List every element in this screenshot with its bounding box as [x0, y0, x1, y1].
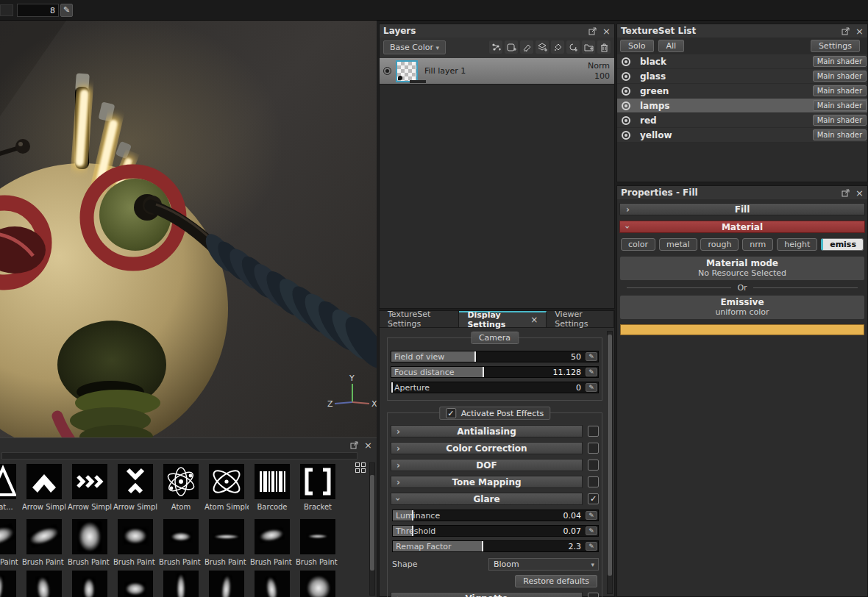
main-shader-button[interactable]: Main shader	[813, 56, 867, 67]
visibility-radio-icon[interactable]	[622, 116, 630, 125]
asset-brush[interactable]	[255, 571, 290, 597]
grid-view-icon[interactable]	[355, 462, 366, 473]
channel-rough-button[interactable]: rough	[700, 238, 739, 251]
settings-scrollbar[interactable]	[607, 331, 613, 594]
main-shader-button[interactable]: Main shader	[813, 100, 867, 111]
asset-brush-paint[interactable]: Brush Paint ...	[72, 519, 107, 566]
eraser-icon[interactable]	[520, 40, 533, 54]
main-shader-button[interactable]: Main shader	[813, 71, 867, 82]
checkbox-checked-icon[interactable]: ✓	[446, 408, 456, 418]
add-fill-layer-icon[interactable]	[536, 40, 549, 54]
popout-icon[interactable]	[842, 189, 850, 197]
channel-height-button[interactable]: height	[777, 238, 817, 251]
antialiasing-header[interactable]: ›Antialiasing	[391, 425, 583, 437]
luminance-slider[interactable]: Luminance 0.04 ✎	[392, 510, 599, 521]
settings-button[interactable]: Settings	[811, 40, 860, 52]
tab-viewer-settings[interactable]: Viewer Settings	[547, 311, 614, 327]
edit-value-icon[interactable]: ✎	[586, 511, 597, 520]
visibility-radio-icon[interactable]	[622, 57, 630, 66]
threshold-slider[interactable]: Threshold 0.07 ✎	[392, 525, 599, 537]
close-icon[interactable]: ×	[855, 27, 864, 35]
shape-dropdown[interactable]: Bloom▾	[488, 558, 599, 571]
asset-brush-paint[interactable]: Brush Paint ...	[209, 519, 244, 566]
asset-arrow-simple[interactable]: Arrow Simple	[26, 464, 62, 511]
smart-material-icon[interactable]	[566, 40, 580, 54]
shelf-scrollbar[interactable]	[369, 462, 375, 596]
asset-brush[interactable]	[209, 571, 244, 597]
fill-section-header[interactable]: › Fill	[619, 203, 865, 215]
main-shader-button[interactable]: Main shader	[813, 115, 867, 126]
material-section-header[interactable]: › Material	[619, 221, 865, 233]
edit-value-icon[interactable]: ✎	[586, 368, 597, 376]
tone-mapping-header[interactable]: ›Tone Mapping	[391, 476, 583, 488]
asset-brush[interactable]	[163, 571, 199, 597]
visibility-radio-icon[interactable]	[622, 72, 630, 81]
camera-group-button[interactable]: Camera	[471, 332, 519, 344]
tab-textureset-settings[interactable]: TextureSet Settings	[380, 311, 459, 327]
asset-atom-simple[interactable]: Atom Simple	[209, 464, 244, 511]
channel-nrm-button[interactable]: nrm	[742, 238, 773, 251]
asset-brush-paint[interactable]: Brush Paint ...	[118, 519, 153, 566]
channel-emiss-button[interactable]: emiss	[821, 238, 864, 251]
shelf-filter-bar[interactable]	[1, 452, 357, 460]
asset-brush-paint[interactable]: Brush Paint ...	[163, 519, 199, 566]
channel-metal-button[interactable]: metal	[659, 238, 697, 251]
asset-barcode[interactable]: Barcode	[255, 464, 290, 511]
tone-mapping-checkbox[interactable]	[588, 476, 599, 487]
close-icon[interactable]: ×	[602, 27, 611, 35]
color-correction-header[interactable]: ›Color Correction	[391, 442, 583, 454]
edit-value-icon[interactable]: ✎	[586, 383, 597, 392]
layer-opacity[interactable]: 100	[588, 71, 610, 82]
tab-display-settings[interactable]: Display Settings×	[459, 311, 547, 327]
asset-brush-paint[interactable]: Brush Paint ...	[300, 519, 335, 566]
toolbar-widget[interactable]	[0, 4, 13, 16]
tab-close-icon[interactable]: ×	[530, 315, 538, 325]
field-of-view-slider[interactable]: Field of view 50 ✎	[391, 351, 599, 362]
glare-header[interactable]: ›Glare	[391, 493, 583, 505]
visibility-radio-icon[interactable]	[622, 101, 630, 110]
all-button[interactable]: All	[658, 40, 685, 52]
edit-pencil-icon[interactable]: ✎	[60, 4, 73, 17]
vignette-checkbox[interactable]	[588, 593, 599, 597]
dof-header[interactable]: ›DOF	[391, 459, 583, 471]
brush-size-input[interactable]: 8	[17, 4, 59, 17]
restore-defaults-button[interactable]: Restore defaults	[515, 575, 597, 587]
solo-button[interactable]: Solo	[620, 40, 654, 52]
asset-brush[interactable]	[72, 571, 107, 597]
visibility-radio-icon[interactable]	[622, 131, 630, 140]
asset-brush[interactable]	[300, 571, 335, 597]
remap-factor-slider[interactable]: Remap Factor 2.3 ✎	[392, 540, 599, 552]
main-shader-button[interactable]: Main shader	[813, 85, 867, 96]
color-correction-checkbox[interactable]	[588, 443, 599, 454]
popout-icon[interactable]	[588, 27, 597, 35]
main-shader-button[interactable]: Main shader	[813, 129, 867, 140]
close-icon[interactable]: ×	[855, 189, 864, 197]
asset-brush[interactable]	[26, 571, 62, 597]
close-icon[interactable]: ×	[364, 441, 372, 449]
popout-icon[interactable]	[842, 27, 850, 35]
asset-negative[interactable]: Negat...	[0, 464, 16, 511]
asset-brush-paint[interactable]: Brush Paint ...	[0, 519, 16, 566]
layer-name[interactable]: Fill layer 1	[424, 66, 466, 76]
focus-distance-slider[interactable]: Focus distance 11.128 ✎	[391, 366, 599, 378]
add-folder-icon[interactable]	[582, 40, 595, 54]
visibility-radio-icon[interactable]	[622, 87, 630, 96]
edit-value-icon[interactable]: ✎	[586, 526, 597, 535]
dof-checkbox[interactable]	[588, 460, 599, 471]
activate-post-effects-toggle[interactable]: ✓ Activate Post Effects	[439, 407, 550, 420]
textureset-row-green[interactable]: green Main shader	[617, 84, 867, 98]
asset-bracket[interactable]: Bracket	[300, 464, 335, 511]
material-mode-button[interactable]: Material mode No Resource Selected	[620, 257, 864, 280]
layer-row-fill-layer-1[interactable]: Fill layer 1 Norm 100	[380, 58, 614, 85]
edit-value-icon[interactable]: ✎	[586, 542, 597, 551]
channel-color-button[interactable]: color	[621, 238, 655, 251]
asset-arrow-simple-3[interactable]: Arrow Simpl...	[118, 464, 153, 511]
asset-brush[interactable]	[118, 571, 153, 597]
aperture-slider[interactable]: Aperture 0 ✎	[391, 382, 599, 393]
layer-thumbnail[interactable]	[396, 60, 418, 82]
fill-bucket-icon[interactable]	[551, 40, 564, 54]
delete-layer-icon[interactable]	[597, 40, 611, 54]
blend-mode-dropdown[interactable]: Base Color ▾	[383, 40, 446, 54]
asset-brush-paint[interactable]: Brush Paint ...	[255, 519, 290, 566]
viewport-3d[interactable]: Y X Z	[0, 21, 377, 437]
